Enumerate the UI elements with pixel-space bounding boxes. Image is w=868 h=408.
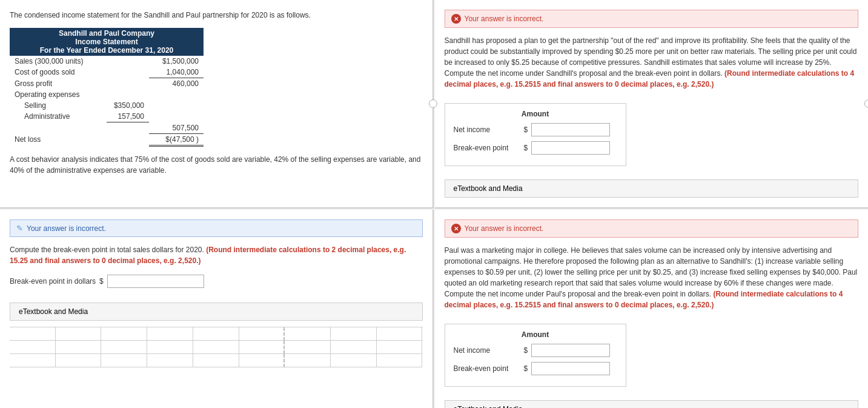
table-row: Operating expenses — [10, 89, 204, 100]
amount-section-top-right: Amount Net income $ Break-even point $ — [445, 103, 626, 166]
alert-pencil-bottom-left: ✎ Your answer is incorrect. — [10, 219, 423, 237]
net-income-input-br[interactable] — [531, 344, 610, 357]
etextbook-button-bottom-left[interactable]: eTextbook and Media — [10, 303, 423, 321]
table-row: Gross profit 460,000 — [10, 78, 204, 90]
grid-cell — [56, 354, 102, 367]
alert-incorrect-bottom-right: ✕ Your answer is incorrect. — [445, 219, 859, 238]
breakeven-body-text: Compute the break-even point in total sa… — [10, 244, 423, 266]
table-row: Administrative 157,500 — [10, 111, 204, 122]
dollar-sign-bl: $ — [99, 277, 104, 286]
paul-body-text: Paul was a marketing major in college. H… — [445, 245, 859, 310]
grid-cell — [56, 341, 102, 354]
x-icon: ✕ — [451, 14, 461, 24]
alert-text: Your answer is incorrect. — [465, 15, 544, 23]
net-income-row-br: Net income $ — [454, 344, 617, 357]
panel-bottom-right: ✕ Your answer is incorrect. Paul was a m… — [435, 210, 869, 408]
table-row: Sales (300,000 units) $1,500,000 — [10, 56, 204, 67]
grid-cell — [285, 341, 331, 354]
grid-cell — [239, 327, 285, 341]
dollar-sign-br2: $ — [524, 364, 528, 373]
dollar-sign-2: $ — [524, 144, 528, 152]
grid-cell — [101, 354, 147, 367]
alert-incorrect-top-right: ✕ Your answer is incorrect. — [445, 10, 859, 28]
grid-cell — [377, 327, 423, 341]
grid-cell — [331, 327, 377, 341]
pencil-icon: ✎ — [16, 224, 23, 233]
cost-behavior-text: A cost behavior analysis indicates that … — [10, 154, 423, 176]
sandhill-body-text: Sandhill has proposed a plan to get the … — [445, 35, 859, 90]
divider-circle-right — [864, 99, 868, 108]
panel-top-left: The condensed income statement for the S… — [0, 0, 434, 209]
x-icon-br: ✕ — [451, 224, 461, 233]
breakeven-label: Break-even point in dollars — [10, 277, 96, 286]
grid-cell — [147, 341, 193, 354]
grid-cell — [193, 354, 239, 367]
grid-cell — [101, 327, 147, 341]
alert-text-bottom-left: Your answer is incorrect. — [27, 224, 106, 233]
grid-cell — [101, 341, 147, 354]
break-even-input[interactable] — [531, 141, 610, 155]
grid-cell — [147, 354, 193, 367]
grid-cell — [331, 354, 377, 367]
breakeven-input-row: Break-even point in dollars $ — [10, 275, 423, 288]
net-income-label: Net income — [454, 125, 520, 134]
grid-area-bottom-left — [10, 327, 423, 367]
table-row: Cost of goods sold 1,040,000 — [10, 67, 204, 78]
main-container: The condensed income statement for the S… — [0, 0, 868, 408]
etextbook-button-top-right[interactable]: eTextbook and Media — [445, 179, 859, 198]
dollar-sign-1: $ — [524, 125, 528, 134]
break-even-label: Break-even point — [454, 144, 520, 152]
break-even-row-br: Break-even point $ — [454, 362, 617, 375]
grid-cell — [285, 327, 331, 341]
net-income-row: Net income $ — [454, 123, 617, 136]
table-row: 507,500 — [10, 122, 204, 134]
break-even-row: Break-even point $ — [454, 141, 617, 155]
grid-cell — [193, 341, 239, 354]
table-row: Net loss $(47,500 ) — [10, 133, 204, 145]
net-income-input[interactable] — [531, 123, 610, 136]
net-income-label-br: Net income — [454, 346, 520, 355]
grid-cell — [377, 354, 423, 367]
panel-bottom-left: ✎ Your answer is incorrect. Compute the … — [0, 210, 434, 408]
grid-cell — [285, 354, 331, 367]
grid-cell — [331, 341, 377, 354]
break-even-input-br[interactable] — [531, 362, 610, 375]
grid-cell — [239, 354, 285, 367]
grid-cell — [10, 341, 56, 354]
etextbook-button-bottom-right[interactable]: eTextbook and Media — [445, 400, 859, 408]
amount-header-br: Amount — [454, 330, 617, 339]
amount-header: Amount — [454, 110, 617, 118]
amount-section-bottom-right: Amount Net income $ Break-even point $ — [445, 324, 626, 387]
panel-top-right: ✕ Your answer is incorrect. Sandhill has… — [435, 0, 869, 209]
breakeven-input[interactable] — [107, 275, 204, 288]
table-row: Selling $350,000 — [10, 100, 204, 111]
break-even-label-br: Break-even point — [454, 364, 520, 373]
grid-cell — [239, 341, 285, 354]
company-name: Sandhill and Paul Company Income Stateme… — [10, 28, 204, 56]
grid-cell — [193, 327, 239, 341]
divider-circle — [429, 99, 437, 108]
grid-cell — [147, 327, 193, 341]
dollar-sign-br1: $ — [524, 346, 528, 355]
income-statement-table: Sandhill and Paul Company Income Stateme… — [10, 28, 204, 147]
grid-cell — [10, 354, 56, 367]
grid-cell — [56, 327, 102, 341]
grid-cell — [10, 327, 56, 341]
alert-text-br: Your answer is incorrect. — [465, 224, 544, 233]
intro-text: The condensed income statement for the S… — [10, 10, 423, 21]
grid-cell — [377, 341, 423, 354]
